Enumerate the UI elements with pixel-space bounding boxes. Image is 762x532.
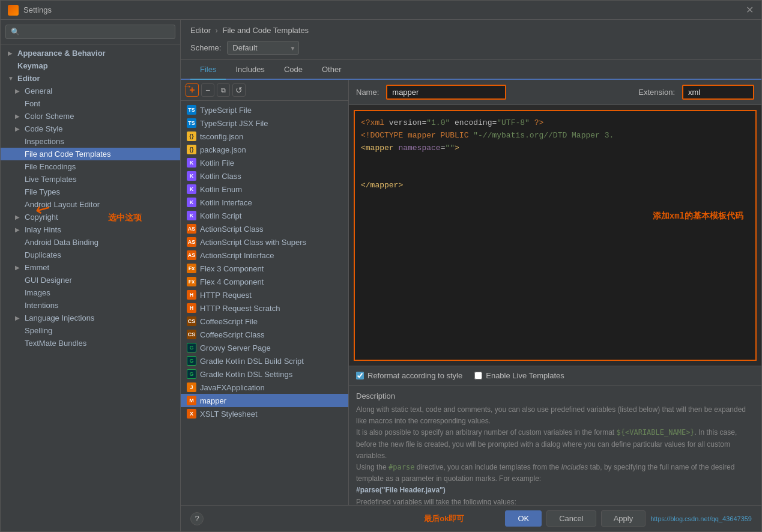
- reset-template-button[interactable]: ↺: [232, 83, 246, 97]
- file-item-label: TypeScript JSX File: [200, 119, 268, 128]
- http-icon: H: [187, 290, 196, 300]
- help-button[interactable]: ?: [190, 512, 204, 525]
- file-item-kotlin-class[interactable]: K Kotlin Class: [181, 169, 348, 183]
- live-templates-checkbox[interactable]: [474, 372, 482, 379]
- file-item-kotlin-file[interactable]: K Kotlin File: [181, 156, 348, 169]
- sidebar-item-spelling[interactable]: ▶ Spelling: [1, 324, 180, 337]
- description-panel: Description Along with static text, code…: [349, 385, 761, 505]
- sidebar-item-android-layout[interactable]: ▶ Android Layout Editor: [1, 198, 180, 211]
- kt-icon: K: [187, 198, 196, 207]
- code-line-1: <?xml version="1.0" encoding="UTF-8" ?>: [361, 117, 749, 130]
- scheme-row: Scheme: Default Project: [190, 41, 752, 55]
- sidebar-item-code-style[interactable]: ▶ Code Style: [1, 122, 180, 135]
- cancel-button[interactable]: Cancel: [546, 510, 596, 527]
- url-link[interactable]: https://blog.csdn.net/qq_43647359: [650, 515, 752, 522]
- file-item-flex4[interactable]: Fx Flex 4 Component: [181, 275, 348, 288]
- sidebar-item-gui-designer[interactable]: ▶ GUI Designer: [1, 274, 180, 286]
- sidebar-item-inspections[interactable]: ▶ Inspections: [1, 135, 180, 148]
- arrow-icon: ▶: [8, 50, 15, 56]
- file-item-label: CoffeeScript Class: [200, 330, 264, 339]
- file-item-label: HTTP Request Scratch: [200, 304, 280, 313]
- arrow-icon: ▶: [15, 88, 22, 94]
- tab-other[interactable]: Other: [312, 60, 351, 80]
- file-item-http[interactable]: H HTTP Request: [181, 288, 348, 301]
- sidebar-item-color-scheme[interactable]: ▶ Color Scheme: [1, 110, 180, 122]
- sidebar-item-file-encodings[interactable]: ▶ File Encodings: [1, 160, 180, 173]
- arrow-icon: ▼: [8, 75, 15, 82]
- scheme-select[interactable]: Default Project: [227, 41, 299, 55]
- sidebar-item-textmate[interactable]: ▶ TextMate Bundles: [1, 337, 180, 349]
- file-item-as-supers[interactable]: AS ActionScript Class with Supers: [181, 235, 348, 249]
- reformat-checkbox[interactable]: [356, 372, 364, 379]
- file-item-label: Kotlin Class: [200, 172, 241, 181]
- sidebar-item-lang-injections[interactable]: ▶ Language Injections: [1, 312, 180, 324]
- sidebar-item-file-code-templates[interactable]: ▶ File and Code Templates: [1, 148, 180, 160]
- file-item-http-scratch[interactable]: H HTTP Request Scratch: [181, 301, 348, 315]
- file-item-kotlin-interface[interactable]: K Kotlin Interface: [181, 196, 348, 209]
- tab-code[interactable]: Code: [274, 60, 312, 80]
- file-item-package[interactable]: {} package.json: [181, 143, 348, 156]
- sidebar-item-emmet[interactable]: ▶ Emmet: [1, 261, 180, 274]
- ok-button[interactable]: OK: [505, 510, 542, 527]
- close-button[interactable]: ✕: [746, 6, 754, 14]
- copy-template-button[interactable]: ⧉: [217, 83, 230, 97]
- description-text: Along with static text, code and comment…: [356, 404, 754, 505]
- file-item-coffeescript[interactable]: CS CoffeeScript File: [181, 315, 348, 328]
- name-label: Name:: [356, 88, 379, 97]
- name-input[interactable]: [386, 85, 506, 100]
- sidebar-item-label: Keymap: [17, 61, 48, 70]
- file-item-kotlin-script[interactable]: K Kotlin Script: [181, 209, 348, 222]
- file-item-label: Gradle Kotlin DSL Build Script: [200, 357, 304, 366]
- tab-includes[interactable]: Includes: [226, 60, 274, 80]
- description-title: Description: [356, 391, 754, 401]
- sidebar-item-file-types[interactable]: ▶ File Types: [1, 186, 180, 198]
- apply-button[interactable]: Apply: [601, 510, 646, 527]
- file-item-gradle-settings[interactable]: G Gradle Kotlin DSL Settings: [181, 367, 348, 381]
- file-item-mapper[interactable]: M mapper: [181, 394, 348, 407]
- file-item-xslt[interactable]: X XSLT Stylesheet: [181, 407, 348, 420]
- name-row: Name: Extension:: [349, 80, 761, 105]
- file-item-kotlin-enum[interactable]: K Kotlin Enum: [181, 183, 348, 196]
- arrow-icon: ▶: [15, 125, 22, 132]
- live-templates-checkbox-label[interactable]: Enable Live Templates: [474, 371, 564, 380]
- tab-files[interactable]: Files: [190, 60, 226, 80]
- sidebar-item-duplicates[interactable]: ▶ Duplicates: [1, 249, 180, 261]
- remove-template-button[interactable]: −: [201, 83, 214, 97]
- file-item-tsx[interactable]: TS TypeScript JSX File: [181, 116, 348, 130]
- file-item-javafx[interactable]: J JavaFXApplication: [181, 381, 348, 394]
- sidebar-item-label: File Types: [25, 187, 60, 196]
- sidebar-item-general[interactable]: ▶ General: [1, 85, 180, 97]
- kt-icon: K: [187, 171, 196, 181]
- file-item-gradle-kotlin[interactable]: G Gradle Kotlin DSL Build Script: [181, 354, 348, 367]
- file-item-label: XSLT Stylesheet: [200, 410, 258, 419]
- file-item-ts[interactable]: TS TypeScript File: [181, 103, 348, 116]
- file-item-groovy[interactable]: G Groovy Server Page: [181, 341, 348, 354]
- sidebar-item-keymap[interactable]: ▶ Keymap: [1, 59, 180, 72]
- file-item-flex3[interactable]: Fx Flex 3 Component: [181, 262, 348, 275]
- search-input[interactable]: [5, 25, 175, 39]
- arrow-icon: ▶: [15, 315, 22, 321]
- sidebar-item-intentions[interactable]: ▶ Intentions: [1, 299, 180, 312]
- code-editor[interactable]: <?xml version="1.0" encoding="UTF-8" ?> …: [354, 110, 757, 361]
- file-item-coffeescript-class[interactable]: CS CoffeeScript Class: [181, 328, 348, 341]
- sidebar-item-editor[interactable]: ▼ Editor: [1, 72, 180, 85]
- reformat-checkbox-label[interactable]: Reformat according to style: [356, 371, 462, 380]
- code-annotation: 添加xml的基本模板代码: [653, 211, 743, 222]
- sidebar-item-images[interactable]: ▶ Images: [1, 286, 180, 299]
- sidebar-item-appearance[interactable]: ▶ Appearance & Behavior: [1, 47, 180, 59]
- file-item-tsconfig[interactable]: {} tsconfig.json: [181, 130, 348, 143]
- flex-icon: Fx: [187, 264, 196, 273]
- sidebar-item-copyright[interactable]: ▶ Copyright: [1, 211, 180, 223]
- sidebar-item-android-data[interactable]: ▶ Android Data Binding: [1, 236, 180, 249]
- kt-icon: K: [187, 184, 196, 194]
- file-item-as-interface[interactable]: AS ActionScript Interface: [181, 249, 348, 262]
- sidebar-item-font[interactable]: ▶ Font: [1, 97, 180, 110]
- file-item-as-class[interactable]: AS ActionScript Class: [181, 222, 348, 235]
- sidebar-item-live-templates[interactable]: ▶ Live Templates: [1, 173, 180, 186]
- sidebar-item-label: Inlay Hints: [25, 225, 61, 234]
- sidebar-item-inlay-hints[interactable]: ▶ Inlay Hints: [1, 223, 180, 236]
- add-template-button[interactable]: +: [186, 83, 199, 97]
- sidebar-item-label: Color Scheme: [25, 112, 74, 121]
- extension-input[interactable]: [682, 85, 754, 100]
- scheme-select-wrapper[interactable]: Default Project: [227, 41, 299, 55]
